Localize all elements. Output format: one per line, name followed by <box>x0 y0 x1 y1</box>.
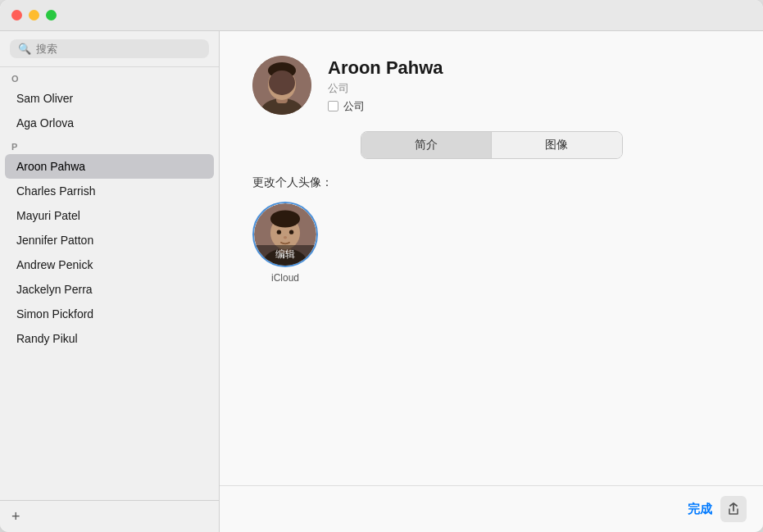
svg-point-14 <box>289 230 293 234</box>
photo-thumb-image[interactable]: 编辑 <box>252 202 318 267</box>
main-panel: Aroon Pahwa 公司 公司 简介 图像 更改个人头像： <box>220 31 763 532</box>
tab-profile[interactable]: 简介 <box>361 132 493 158</box>
contact-item-jackelyn-perra[interactable]: Jackelyn Perra <box>5 277 214 302</box>
sidebar-footer: + <box>0 500 219 532</box>
search-area: 🔍 <box>0 31 219 67</box>
change-photo-label: 更改个人头像： <box>252 175 730 190</box>
close-button[interactable] <box>11 10 22 20</box>
titlebar <box>0 0 763 31</box>
contact-info: Aroon Pahwa 公司 公司 <box>328 57 443 114</box>
content-area: 🔍 O Sam Oliver Aga Orlova P Aroon Pahwa … <box>0 31 763 532</box>
app-window: 🔍 O Sam Oliver Aga Orlova P Aroon Pahwa … <box>0 0 763 532</box>
section-header-p: P <box>0 135 219 154</box>
share-button[interactable] <box>720 496 747 522</box>
svg-point-5 <box>275 82 279 86</box>
share-icon <box>727 502 740 516</box>
minimize-button[interactable] <box>29 10 39 20</box>
contact-header: Aroon Pahwa 公司 公司 <box>220 31 763 131</box>
svg-point-13 <box>277 230 281 234</box>
tab-bar: 简介 图像 <box>220 131 763 159</box>
svg-point-4 <box>268 62 296 79</box>
contact-item-randy-pikul[interactable]: Randy Pikul <box>5 326 214 351</box>
contact-item-simon-pickford[interactable]: Simon Pickford <box>5 302 214 326</box>
section-header-o: O <box>0 67 219 86</box>
svg-point-7 <box>280 88 284 90</box>
search-input-wrap[interactable]: 🔍 <box>10 39 209 58</box>
contact-item-aroon-pahwa[interactable]: Aroon Pahwa <box>5 154 214 179</box>
sidebar: 🔍 O Sam Oliver Aga Orlova P Aroon Pahwa … <box>0 31 220 532</box>
search-icon: 🔍 <box>18 43 31 55</box>
svg-point-6 <box>286 82 290 86</box>
svg-point-12 <box>270 211 300 228</box>
tab-image[interactable]: 图像 <box>492 132 622 158</box>
maximize-button[interactable] <box>46 10 57 20</box>
search-input[interactable] <box>36 43 201 55</box>
svg-point-15 <box>284 236 287 239</box>
contact-item-andrew-penick[interactable]: Andrew Penick <box>5 252 214 277</box>
contact-list: O Sam Oliver Aga Orlova P Aroon Pahwa Ch… <box>0 67 219 500</box>
company-checkbox[interactable] <box>328 101 338 111</box>
contact-item-aga-orlova[interactable]: Aga Orlova <box>5 111 214 135</box>
company-text: 公司 <box>343 99 365 114</box>
contact-item-charles-parrish[interactable]: Charles Parrish <box>5 179 214 203</box>
tab-group: 简介 图像 <box>361 131 623 159</box>
photo-section: 更改个人头像： <box>220 175 763 485</box>
contact-item-jennifer-patton[interactable]: Jennifer Patton <box>5 228 214 252</box>
photo-thumbs: 编辑 iCloud <box>252 202 730 284</box>
photo-thumb-icloud: 编辑 iCloud <box>252 202 318 284</box>
company-label: 公司 <box>328 81 443 96</box>
avatar-image <box>252 56 311 115</box>
avatar <box>252 56 311 115</box>
contact-name: Aroon Pahwa <box>328 57 443 79</box>
contact-item-sam-oliver[interactable]: Sam Oliver <box>5 86 214 111</box>
add-contact-button[interactable]: + <box>11 509 20 524</box>
contact-item-mayuri-patel[interactable]: Mayuri Patel <box>5 203 214 228</box>
main-footer: 完成 <box>220 485 763 532</box>
company-field: 公司 <box>328 99 443 114</box>
done-button[interactable]: 完成 <box>688 502 712 517</box>
photo-edit-overlay[interactable]: 编辑 <box>254 245 316 266</box>
photo-source-label: iCloud <box>271 272 299 284</box>
